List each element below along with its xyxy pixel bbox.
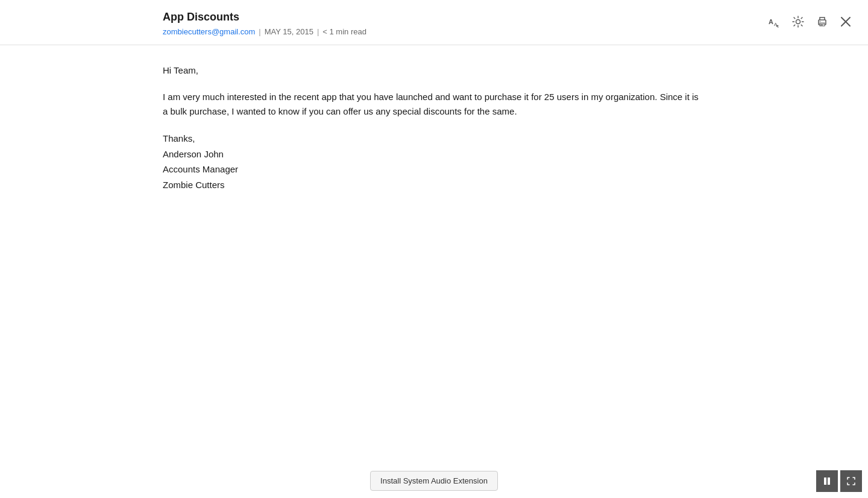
text-size-button[interactable]: A A [766,13,782,30]
signature-company: Zombie Cutters [163,177,705,193]
close-button[interactable] [838,14,854,30]
email-header-left: App Discounts zombiecutters@gmail.com | … [163,11,366,36]
brightness-button[interactable] [790,13,807,30]
pause-button[interactable] [816,470,838,492]
brightness-icon [792,16,804,28]
signature-thanks: Thanks, [163,131,705,147]
print-button[interactable] [814,13,831,30]
read-time: < 1 min read [322,27,366,36]
signature-name: Anderson John [163,147,705,162]
meta-separator2: | [317,27,319,36]
email-viewer: App Discounts zombiecutters@gmail.com | … [0,0,868,498]
pause-icon [822,476,832,486]
email-body: Hi Team, I am very much interested in th… [0,45,868,498]
email-signature: Thanks, Anderson John Accounts Manager Z… [163,131,705,192]
svg-point-2 [796,20,800,24]
email-header: App Discounts zombiecutters@gmail.com | … [0,0,868,45]
svg-point-15 [820,21,821,22]
svg-rect-19 [828,478,830,485]
svg-text:A: A [769,18,773,25]
bottom-right-controls [816,470,862,492]
print-icon [816,16,828,28]
text-size-icon: A A [768,16,780,28]
fullscreen-icon [846,476,856,486]
fullscreen-button[interactable] [840,470,862,492]
sender-email-link[interactable]: zombiecutters@gmail.com [163,27,255,36]
email-meta: zombiecutters@gmail.com | MAY 15, 2015 |… [163,27,366,36]
svg-line-7 [794,17,795,19]
svg-line-8 [801,25,802,26]
svg-rect-18 [824,478,826,485]
signature-title: Accounts Manager [163,162,705,177]
svg-line-10 [794,25,795,26]
meta-separator: | [259,27,260,36]
close-icon [840,16,851,27]
install-system-audio-button[interactable]: Install System Audio Extension [370,471,498,491]
email-date: MAY 15, 2015 [265,27,313,36]
email-header-actions: A A [766,11,854,30]
email-greeting: Hi Team, [163,63,705,78]
email-subject: App Discounts [163,11,366,24]
email-paragraph1: I am very much interested in the recent … [163,90,705,119]
svg-line-9 [801,17,802,19]
